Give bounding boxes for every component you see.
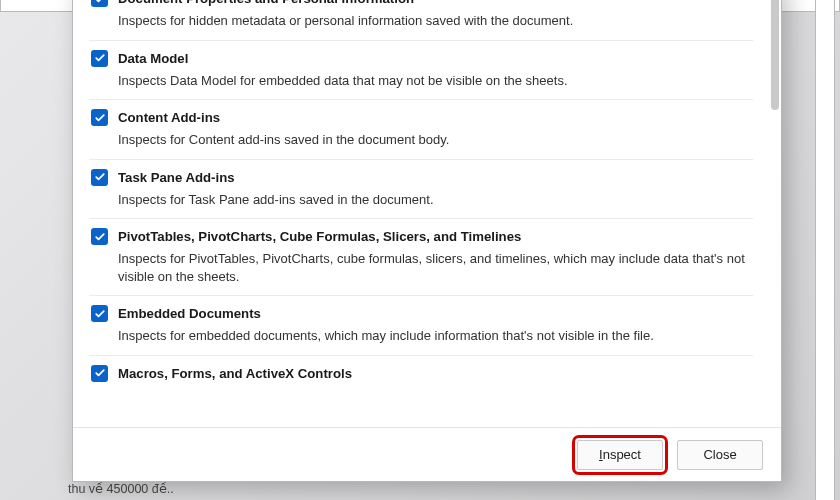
checkmark-icon xyxy=(94,0,106,5)
inspector-item-embedded-documents: Embedded Documents Inspects for embedded… xyxy=(89,296,753,356)
checkmark-icon xyxy=(94,308,106,320)
checkmark-icon xyxy=(94,52,106,64)
scrollbar-thumb[interactable] xyxy=(771,0,779,110)
inspector-item-title: Embedded Documents xyxy=(118,306,261,321)
background-sheet-right xyxy=(815,0,835,500)
background-stray-text: thu về 450000 đề.. xyxy=(68,481,174,496)
checkbox-document-properties[interactable] xyxy=(91,0,108,7)
checkbox-content-addins[interactable] xyxy=(91,109,108,126)
checkmark-icon xyxy=(94,171,106,183)
close-button[interactable]: Close xyxy=(677,440,763,470)
inspector-item-title: Content Add-ins xyxy=(118,110,220,125)
checkbox-pivot[interactable] xyxy=(91,228,108,245)
inspector-item-content-addins: Content Add-ins Inspects for Content add… xyxy=(89,100,753,160)
dialog-footer: Inspect Close xyxy=(73,427,781,481)
inspector-item-desc: Inspects for hidden metadata or personal… xyxy=(118,12,751,30)
inspector-item-desc: Inspects for PivotTables, PivotCharts, c… xyxy=(118,250,751,285)
inspector-item-list: Document Properties and Personal Informa… xyxy=(73,0,769,427)
inspector-item-title: PivotTables, PivotCharts, Cube Formulas,… xyxy=(118,229,521,244)
inspect-label-rest: nspect xyxy=(603,447,641,462)
inspector-item-title: Data Model xyxy=(118,51,188,66)
inspector-item-macros: Macros, Forms, and ActiveX Controls xyxy=(89,356,753,382)
inspector-item-desc: Inspects Data Model for embedded data th… xyxy=(118,72,751,90)
checkbox-embedded-documents[interactable] xyxy=(91,305,108,322)
document-inspector-dialog: Document Properties and Personal Informa… xyxy=(72,0,782,482)
checkbox-macros[interactable] xyxy=(91,365,108,382)
inspector-item-title: Macros, Forms, and ActiveX Controls xyxy=(118,366,352,381)
inspector-scroll-area: Document Properties and Personal Informa… xyxy=(73,0,781,427)
inspector-item-task-pane-addins: Task Pane Add-ins Inspects for Task Pane… xyxy=(89,160,753,220)
checkbox-task-pane-addins[interactable] xyxy=(91,169,108,186)
checkmark-icon xyxy=(94,231,106,243)
checkmark-icon xyxy=(94,367,106,379)
inspector-item-desc: Inspects for embedded documents, which m… xyxy=(118,327,751,345)
inspector-item-title: Task Pane Add-ins xyxy=(118,170,235,185)
inspector-item-document-properties: Document Properties and Personal Informa… xyxy=(89,0,753,41)
inspector-item-desc: Inspects for Content add-ins saved in th… xyxy=(118,131,751,149)
inspector-item-title: Document Properties and Personal Informa… xyxy=(118,0,414,6)
inspector-item-data-model: Data Model Inspects Data Model for embed… xyxy=(89,41,753,101)
close-label: Close xyxy=(703,447,736,462)
inspector-item-pivot: PivotTables, PivotCharts, Cube Formulas,… xyxy=(89,219,753,296)
inspector-item-desc: Inspects for Task Pane add-ins saved in … xyxy=(118,191,751,209)
checkbox-data-model[interactable] xyxy=(91,50,108,67)
checkmark-icon xyxy=(94,112,106,124)
inspect-button[interactable]: Inspect xyxy=(577,440,663,470)
